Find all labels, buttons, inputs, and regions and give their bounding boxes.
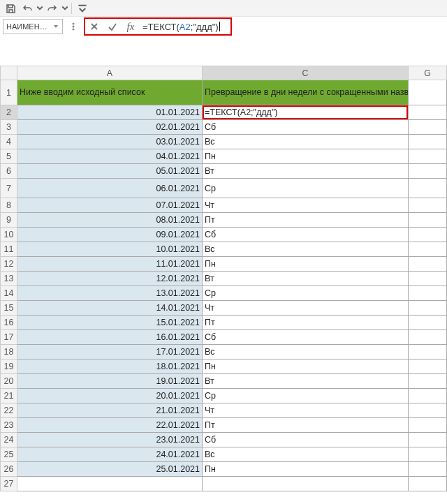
row-header[interactable]: 20 — [1, 374, 17, 389]
row-header[interactable]: 16 — [1, 316, 17, 330]
cell-A[interactable]: 06.01.2021 — [17, 179, 203, 198]
cell-G[interactable] — [409, 433, 447, 447]
row-header[interactable]: 17 — [1, 330, 17, 345]
cell-A[interactable]: 05.01.2021 — [17, 164, 203, 179]
cell-G[interactable] — [409, 164, 447, 179]
cell-C[interactable]: Вс — [203, 135, 409, 149]
cell-A[interactable]: 11.01.2021 — [17, 257, 203, 272]
cell-A[interactable]: 07.01.2021 — [17, 198, 203, 213]
name-box-dropdown[interactable] — [51, 22, 61, 31]
cell-A[interactable]: 22.01.2021 — [17, 418, 203, 433]
row-header[interactable]: 23 — [1, 418, 17, 433]
cell-C[interactable]: Ср — [203, 179, 409, 198]
header-cell-A1[interactable]: Ниже вводим исходный список — [17, 80, 203, 105]
cell-C[interactable]: Чт — [203, 301, 409, 316]
cell-G[interactable] — [409, 257, 447, 272]
cell-C[interactable]: Пт — [203, 213, 409, 228]
cell-C[interactable]: Вс — [203, 242, 409, 257]
cell-G[interactable] — [409, 179, 447, 198]
row-header[interactable]: 15 — [1, 301, 17, 316]
cell-A[interactable]: 09.01.2021 — [17, 228, 203, 242]
row-header[interactable]: 26 — [1, 462, 17, 477]
row-header[interactable]: 1 — [1, 80, 17, 105]
cell-A[interactable]: 15.01.2021 — [17, 316, 203, 330]
row-header[interactable]: 24 — [1, 433, 17, 447]
cell-G[interactable] — [409, 360, 447, 374]
cell-G[interactable] — [409, 105, 447, 120]
cell-C[interactable]: Вс — [203, 447, 409, 462]
cell-C[interactable]: Сб — [203, 433, 409, 447]
row-header[interactable]: 14 — [1, 286, 17, 301]
active-cell[interactable]: =ТЕКСТ(A2;"ддд") — [203, 105, 409, 120]
cell-G[interactable] — [409, 374, 447, 389]
cell-C[interactable]: Пн — [203, 257, 409, 272]
cell-C[interactable]: Вт — [203, 374, 409, 389]
cell-A[interactable]: 12.01.2021 — [17, 272, 203, 286]
cell-C[interactable]: Ср — [203, 389, 409, 403]
cell-C[interactable]: Ср — [203, 286, 409, 301]
cell-G[interactable] — [409, 330, 447, 345]
cell-G[interactable] — [409, 403, 447, 418]
cell-C[interactable]: Пн — [203, 149, 409, 164]
column-header-G[interactable]: G — [409, 66, 447, 80]
row-header[interactable]: 8 — [1, 198, 17, 213]
save-button[interactable] — [3, 1, 18, 15]
cell-A[interactable]: 16.01.2021 — [17, 330, 203, 345]
cell-A[interactable]: 21.01.2021 — [17, 403, 203, 418]
cell-G[interactable] — [409, 198, 447, 213]
cell-C[interactable]: Пт — [203, 316, 409, 330]
row-header[interactable]: 11 — [1, 242, 17, 257]
row-header[interactable]: 22 — [1, 403, 17, 418]
row-header[interactable]: 7 — [1, 179, 17, 198]
cell-A[interactable]: 20.01.2021 — [17, 389, 203, 403]
cell-A[interactable]: 03.01.2021 — [17, 135, 203, 149]
cell-A[interactable]: 18.01.2021 — [17, 360, 203, 374]
cell-C[interactable] — [203, 477, 409, 491]
cell-G[interactable] — [409, 242, 447, 257]
header-cell-C1[interactable]: Превращение в дни недели с сокращенными … — [203, 80, 409, 105]
redo-dropdown[interactable] — [61, 1, 68, 15]
undo-dropdown[interactable] — [36, 1, 43, 15]
cell-A[interactable]: 02.01.2021 — [17, 120, 203, 135]
cell-G[interactable] — [409, 316, 447, 330]
cell-G[interactable] — [409, 301, 447, 316]
cell-A[interactable]: 17.01.2021 — [17, 345, 203, 360]
cell-A[interactable]: 01.01.2021 — [17, 105, 203, 120]
cell-C[interactable]: Вт — [203, 164, 409, 179]
name-box[interactable]: НАИМЕН… — [3, 19, 63, 34]
cell-G[interactable] — [409, 272, 447, 286]
customize-qat-button[interactable] — [75, 1, 90, 15]
cell-A[interactable]: 24.01.2021 — [17, 447, 203, 462]
cell-C[interactable]: Вт — [203, 272, 409, 286]
row-header[interactable]: 2 — [1, 105, 17, 120]
row-header[interactable]: 13 — [1, 272, 17, 286]
cell-C[interactable]: Пт — [203, 418, 409, 433]
cell-A[interactable]: 10.01.2021 — [17, 242, 203, 257]
cell-A[interactable]: 25.01.2021 — [17, 462, 203, 477]
cell-G[interactable] — [409, 149, 447, 164]
spreadsheet-grid[interactable]: A C G 1 Ниже вводим исходный список Прев… — [0, 66, 447, 491]
row-header[interactable]: 18 — [1, 345, 17, 360]
redo-button[interactable] — [45, 1, 60, 15]
cell-C[interactable]: Сб — [203, 228, 409, 242]
cell-C[interactable]: Вс — [203, 345, 409, 360]
cell-A[interactable] — [17, 477, 203, 491]
cell-A[interactable]: 23.01.2021 — [17, 433, 203, 447]
cell-C[interactable]: Чт — [203, 198, 409, 213]
cell-C[interactable]: Пн — [203, 462, 409, 477]
insert-function-button[interactable]: fx — [122, 21, 140, 33]
row-header[interactable]: 25 — [1, 447, 17, 462]
cancel-formula-button[interactable] — [85, 20, 103, 34]
row-header[interactable]: 6 — [1, 164, 17, 179]
cell-A[interactable]: 04.01.2021 — [17, 149, 203, 164]
row-header[interactable]: 5 — [1, 149, 17, 164]
cell-G[interactable] — [409, 135, 447, 149]
cell-G[interactable] — [409, 213, 447, 228]
cell-G[interactable] — [409, 228, 447, 242]
select-all-corner[interactable] — [1, 66, 17, 80]
cell-C[interactable]: Сб — [203, 120, 409, 135]
cell-G[interactable] — [409, 286, 447, 301]
cell-C[interactable]: Пн — [203, 360, 409, 374]
cell-A[interactable]: 08.01.2021 — [17, 213, 203, 228]
confirm-formula-button[interactable] — [103, 20, 122, 34]
